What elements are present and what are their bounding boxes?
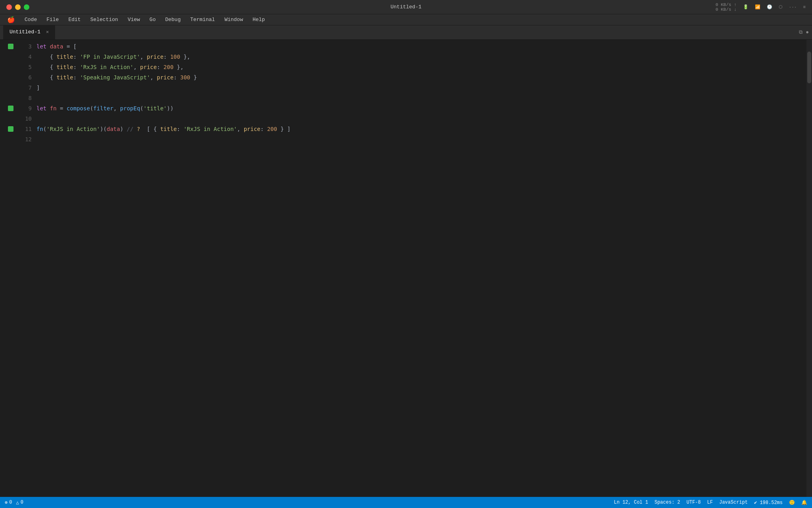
- indentation[interactable]: Spaces: 2: [655, 500, 680, 505]
- menu-apple[interactable]: 🍎: [3, 15, 19, 25]
- statusbar: ⊗ 0 △ 0 Ln 12, Col 1 Spaces: 2 UTF-8 LF …: [0, 497, 812, 508]
- menubar: 🍎 Code File Edit Selection View Go Debug…: [0, 14, 812, 25]
- lint-status[interactable]: ✔ 198.52ms: [754, 500, 783, 506]
- file-encoding[interactable]: UTF-8: [687, 500, 701, 505]
- editor-tab[interactable]: Untitled-1 ✕: [3, 25, 55, 39]
- line-number: 11: [16, 124, 32, 134]
- breakpoint-indicator: [8, 44, 13, 49]
- code-line: 10: [5, 114, 812, 124]
- cursor-position[interactable]: Ln 12, Col 1: [614, 500, 648, 505]
- network-speed: 0 KB/s ↑ 0 KB/s ↓: [716, 2, 737, 12]
- code-line: 7]: [5, 83, 812, 93]
- line-number: 4: [16, 52, 32, 62]
- menu-code[interactable]: Code: [21, 16, 41, 23]
- statusbar-right: Ln 12, Col 1 Spaces: 2 UTF-8 LF JavaScri…: [614, 500, 807, 506]
- maximize-button[interactable]: [24, 4, 29, 10]
- breakpoint-indicator: [8, 126, 13, 132]
- code-line: 3let data = [: [5, 41, 812, 52]
- smiley-icon[interactable]: 🙂: [789, 500, 795, 506]
- finder-icon: ⬡: [779, 4, 783, 10]
- line-content: ]: [36, 83, 40, 93]
- code-line: 6 { title: 'Speaking JavaScript', price:…: [5, 72, 812, 83]
- more-icon: ···: [789, 5, 797, 10]
- line-content: let fn = compose(filter, propEq('title')…: [36, 103, 174, 114]
- line-content: { title: 'RxJS in Action', price: 200 },: [36, 62, 184, 72]
- menu-file[interactable]: File: [42, 16, 63, 23]
- language-mode[interactable]: JavaScript: [719, 500, 748, 505]
- line-number: 10: [16, 114, 32, 124]
- breakpoint-indicator: [8, 106, 13, 111]
- menu-go[interactable]: Go: [146, 16, 160, 23]
- close-button[interactable]: [6, 4, 12, 10]
- minimize-button[interactable]: [15, 4, 21, 10]
- code-line: 4 { title: 'FP in JavaScript', price: 10…: [5, 52, 812, 62]
- scrollbar[interactable]: [806, 40, 812, 497]
- menu-help[interactable]: Help: [249, 16, 269, 23]
- line-number: 5: [16, 62, 32, 72]
- list-icon: ≡: [803, 5, 806, 10]
- line-ending[interactable]: LF: [707, 500, 713, 505]
- menu-edit[interactable]: Edit: [64, 16, 84, 23]
- split-editor-icon[interactable]: ⧉: [799, 29, 802, 35]
- tab-label: Untitled-1: [10, 29, 40, 35]
- menu-window[interactable]: Window: [220, 16, 247, 23]
- line-number: 9: [16, 103, 32, 114]
- line-content: let data = [: [36, 41, 77, 52]
- code-line: 8: [5, 93, 812, 103]
- code-line: 11fn('RxJS in Action')(data) // ? [ { ti…: [5, 124, 812, 134]
- line-content: { title: 'Speaking JavaScript', price: 3…: [36, 72, 197, 83]
- bell-icon[interactable]: 🔔: [801, 500, 807, 506]
- titlebar: Untitled-1 0 KB/s ↑ 0 KB/s ↓ 🔋 📶 🕐 ⬡ ···…: [0, 0, 812, 14]
- code-editor[interactable]: 3let data = [4 { title: 'FP in JavaScrip…: [0, 40, 812, 497]
- tab-close-icon[interactable]: ✕: [46, 29, 49, 35]
- system-status: 0 KB/s ↑ 0 KB/s ↓ 🔋 📶 🕐 ⬡ ··· ≡: [716, 2, 806, 12]
- line-number: 3: [16, 41, 32, 52]
- more-actions-icon[interactable]: ●: [806, 29, 809, 35]
- error-icon: ⊗: [5, 500, 8, 506]
- scrollbar-thumb[interactable]: [807, 52, 811, 83]
- editor: 3let data = [4 { title: 'FP in JavaScrip…: [0, 40, 812, 497]
- menu-view[interactable]: View: [124, 16, 144, 23]
- battery-icon: 🔋: [743, 4, 749, 10]
- menu-selection[interactable]: Selection: [86, 16, 122, 23]
- warning-icon: △: [16, 500, 19, 506]
- line-number: 7: [16, 83, 32, 93]
- tab-right-icons: ⧉ ●: [799, 25, 809, 39]
- line-content: { title: 'FP in JavaScript', price: 100 …: [36, 52, 190, 62]
- traffic-lights: [6, 4, 29, 10]
- line-number: 12: [16, 134, 32, 144]
- clock-icon: 🕐: [767, 4, 772, 10]
- wifi-icon: 📶: [755, 4, 760, 10]
- line-number: 6: [16, 72, 32, 83]
- menu-terminal[interactable]: Terminal: [186, 16, 219, 23]
- code-line: 5 { title: 'RxJS in Action', price: 200 …: [5, 62, 812, 72]
- line-content: fn('RxJS in Action')(data) // ? [ { titl…: [36, 124, 291, 134]
- tabbar: Untitled-1 ✕ ⧉ ●: [0, 25, 812, 40]
- error-count[interactable]: ⊗ 0 △ 0: [5, 500, 23, 506]
- code-line: 12: [5, 134, 812, 144]
- window-title: Untitled-1: [391, 4, 421, 10]
- menu-debug[interactable]: Debug: [161, 16, 185, 23]
- line-number: 8: [16, 93, 32, 103]
- code-line: 9let fn = compose(filter, propEq('title'…: [5, 103, 812, 114]
